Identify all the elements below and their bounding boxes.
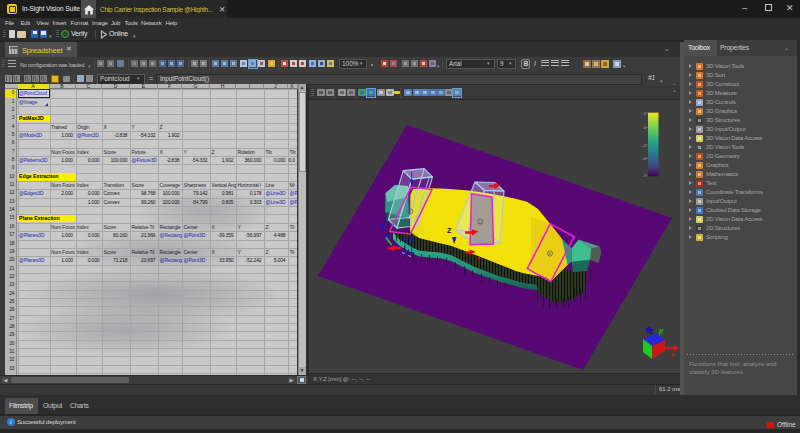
svg-text:Z: Z: [383, 217, 386, 223]
svg-text:X: X: [670, 352, 674, 358]
svg-text:Y: Y: [659, 327, 664, 336]
svg-text:Z: Z: [447, 226, 452, 235]
